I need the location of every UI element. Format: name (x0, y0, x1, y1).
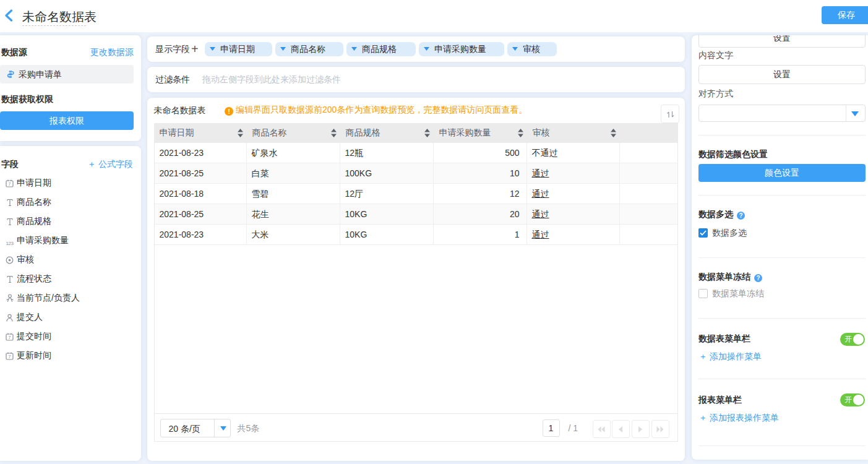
svg-text:7: 7 (9, 182, 11, 186)
svg-text:7: 7 (9, 335, 11, 340)
svg-text:7: 7 (9, 354, 11, 359)
